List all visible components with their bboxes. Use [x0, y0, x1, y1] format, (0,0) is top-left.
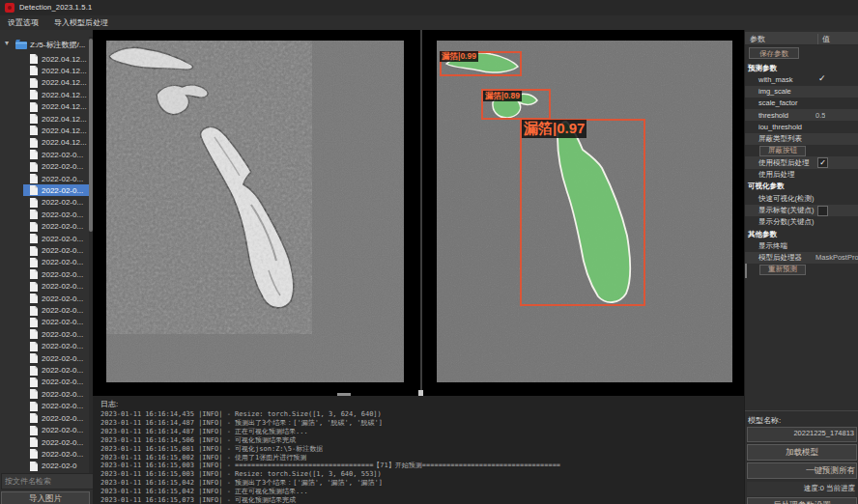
detection-box[interactable] — [520, 119, 645, 306]
file-list-item[interactable]: 2022-02-0... — [0, 245, 89, 257]
file-list-item[interactable]: 2022-02-0... — [0, 448, 89, 460]
file-list-item[interactable]: 2022-02-0... — [0, 305, 89, 317]
file-name: 2022.04.12... — [42, 115, 87, 124]
file-list-item[interactable]: 2022.04.12... — [0, 101, 89, 113]
param-label: 使用模型后处理 — [758, 158, 810, 168]
param-row[interactable]: 模型后处理器MaskPostPro — [745, 252, 858, 264]
params-scrollbar-thumb[interactable] — [745, 264, 747, 278]
save-params-button[interactable]: 保存参数 — [749, 47, 799, 59]
file-name: 2022-02-0... — [42, 186, 83, 195]
file-name: 2022-02-0... — [42, 354, 83, 363]
filename-search-input[interactable] — [1, 473, 94, 490]
params-table-header: 参数 值 — [745, 32, 858, 45]
file-list-item[interactable]: 2022-02-0... — [0, 412, 89, 424]
file-list-item[interactable]: 2022-02-0... — [0, 341, 89, 352]
caret-down-icon[interactable]: ▾ — [5, 39, 9, 47]
param-row[interactable]: 屏蔽类型列表 — [745, 133, 858, 145]
file-list-item[interactable]: 2022-02-0... — [0, 161, 89, 173]
file-list-item[interactable]: 2022-02-0... — [0, 317, 89, 328]
file-list-item[interactable]: 2022-02-0... — [0, 221, 89, 233]
file-name: 2022-02-0... — [42, 330, 83, 339]
file-list-item[interactable]: 2022-02-0... — [0, 233, 89, 244]
prediction-image-panel[interactable]: 漏箔|0.99漏箔|0.89漏箔|0.97 — [437, 41, 732, 382]
vertical-splitter[interactable] — [420, 30, 422, 396]
folder-icon — [15, 40, 27, 49]
model-name-field[interactable]: 20221225_174813 — [747, 427, 857, 442]
param-row[interactable]: iou_threshold — [745, 121, 858, 132]
file-list-item[interactable]: 2022-02-0... — [0, 173, 89, 184]
param-value[interactable]: MaskPostPro — [815, 253, 858, 262]
file-list-item[interactable]: 2022-02-0... — [0, 436, 89, 448]
file-list-item[interactable]: 2022-02-0... — [0, 184, 89, 196]
file-name: 2022-02-0... — [42, 390, 83, 399]
menu-item-1[interactable]: 导入模型后处理 — [46, 15, 116, 30]
tree-root-label: Z:/5-标注数据/... — [30, 40, 85, 50]
param-section-label: 可视化参数 — [748, 182, 785, 191]
file-list-item[interactable]: 2022-02-0... — [0, 377, 89, 388]
file-list-item[interactable]: 2022-02-0... — [0, 268, 89, 280]
file-list-item[interactable]: 2022-02-0... — [0, 257, 89, 268]
log-line: 2023-01-11 16:16:14,506 |INFO| - 可视化预测结果… — [100, 436, 738, 445]
file-list-item[interactable]: 2022.04.12... — [0, 125, 89, 136]
log-line: 2023-01-11 16:16:15,042 |INFO| - 正在可视化预测… — [100, 488, 738, 496]
param-row[interactable]: 显示分数(关键点) — [745, 216, 858, 228]
file-list-item[interactable]: 2022-02-0... — [0, 401, 89, 412]
file-list-item[interactable]: 2022.04.12... — [0, 137, 89, 149]
param-section-header: 其他参数 — [745, 228, 858, 239]
file-list-item[interactable]: 2022-02-0... — [0, 293, 89, 304]
param-button-row: 重新预测 — [745, 264, 858, 275]
param-value[interactable]: 0.5 — [815, 111, 825, 120]
param-row[interactable]: 快速可视化(检测) — [745, 192, 858, 204]
import-images-button[interactable]: 导入图片 — [1, 491, 90, 504]
load-model-button[interactable]: 加载模型 — [747, 444, 857, 461]
file-name: 2022-02-0... — [42, 450, 83, 459]
file-list-item[interactable]: 2022.04.12... — [0, 89, 89, 100]
file-list-item[interactable]: 2022-02-0... — [0, 197, 89, 209]
param-row[interactable]: 使用模型后处理✓ — [745, 156, 858, 168]
file-name: 2022-02-0... — [42, 246, 83, 255]
param-label: with_mask — [758, 75, 792, 84]
file-list-item[interactable]: 2022-02-0... — [0, 281, 89, 293]
file-list-item[interactable]: 2022-02-0... — [0, 328, 89, 340]
param-row[interactable]: 显示终端 — [745, 239, 858, 251]
file-name: 2022-02-0... — [42, 294, 83, 303]
file-list-item[interactable]: 2022-02-0 — [0, 461, 89, 472]
file-list-item[interactable]: 2022-02-0... — [0, 352, 89, 364]
params-table: 预测参数with_mask✓img_scalescale_factorthres… — [745, 62, 858, 275]
menu-item-0[interactable]: 设置选项 — [0, 15, 46, 30]
app-logo-icon — [5, 3, 14, 13]
image-viewer: 漏箔|0.99漏箔|0.89漏箔|0.97 — [93, 30, 744, 396]
menu-bar: 设置选项导入模型后处理 — [0, 15, 858, 30]
file-list-item[interactable]: 2022-02-0... — [0, 365, 89, 377]
log-line: 2023-01-11 16:16:15,001 |INFO| - 可视化json… — [100, 445, 738, 454]
predict-all-button[interactable]: 一键预测所有 — [747, 462, 857, 479]
file-list-item[interactable]: 2022-02-0... — [0, 149, 89, 160]
postprocess-settings-button[interactable]: 后处理参数设置 — [747, 497, 857, 504]
param-row[interactable]: with_mask✓ — [745, 73, 858, 85]
param-row[interactable]: scale_factor — [745, 98, 858, 109]
file-list-item[interactable]: 2022.04.12... — [0, 65, 89, 76]
param-checkbox[interactable]: ✓ — [817, 157, 828, 168]
model-name-label: 模型名称: — [748, 415, 781, 426]
app-window: Detection_2023.1.5.1 设置选项导入模型后处理 ▾ Z:/5-… — [0, 0, 858, 504]
repredict-button[interactable]: 重新预测 — [759, 265, 806, 275]
log-line: 2023-01-11 16:16:14,487 |INFO| - 正在可视化预测… — [100, 428, 738, 436]
tree-root-folder[interactable]: ▾ Z:/5-标注数据/... — [0, 39, 93, 51]
file-list-item[interactable]: 2022.04.12... — [0, 53, 89, 65]
file-name: 2022.04.12... — [42, 78, 87, 87]
param-label: 显示标签(关键点) — [758, 206, 815, 215]
param-row[interactable]: threshold0.5 — [745, 109, 858, 121]
param-row[interactable]: 显示标签(关键点) — [745, 205, 858, 216]
file-list-item[interactable]: 2022.04.12... — [0, 113, 89, 125]
file-list-item[interactable]: 2022-02-0... — [0, 209, 89, 220]
original-image-panel[interactable] — [106, 41, 404, 382]
param-row[interactable]: 使用后处理 — [745, 169, 858, 181]
log-line: 2023-01-11 16:16:14,487 |INFO| - 预测出了3个结… — [100, 419, 738, 428]
param-row[interactable]: img_scale — [745, 86, 858, 98]
file-name: 2022-02-0... — [42, 414, 83, 423]
mask-types-button[interactable]: 屏蔽按钮 — [759, 146, 806, 156]
file-list-item[interactable]: 2022.04.12... — [0, 77, 89, 89]
file-list-item[interactable]: 2022-02-0... — [0, 388, 89, 400]
file-list-item[interactable]: 2022-02-0... — [0, 425, 89, 436]
param-checkbox[interactable] — [817, 206, 828, 216]
